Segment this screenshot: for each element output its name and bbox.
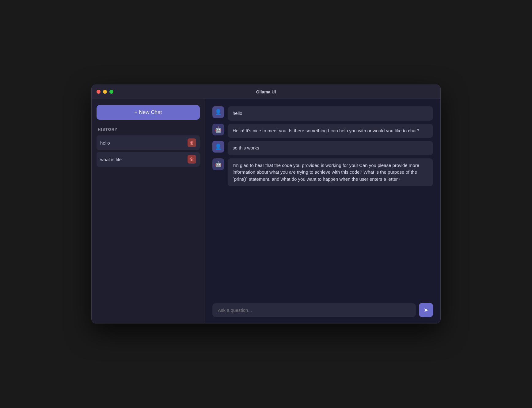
send-icon: ➤ xyxy=(424,307,428,313)
history-item-what-is-life[interactable]: what is life 🗑 xyxy=(97,152,200,167)
assistant-avatar-icon: 🤖 xyxy=(215,161,222,168)
user-avatar-icon: 👤 xyxy=(215,143,222,150)
message-bubble-assistant: Hello! It's nice to meet you. Is there s… xyxy=(228,124,433,138)
assistant-avatar: 🤖 xyxy=(212,158,224,170)
chat-input[interactable] xyxy=(212,303,416,317)
titlebar: Ollama UI xyxy=(92,85,440,99)
message-text: so this works xyxy=(233,145,259,150)
chat-area: 👤 hello 🤖 Hello! It's nice to meet you. … xyxy=(205,99,440,323)
traffic-lights xyxy=(97,90,113,94)
user-avatar: 👤 xyxy=(212,106,224,118)
user-avatar: 👤 xyxy=(212,141,224,153)
message-bubble-user: hello xyxy=(228,106,433,121)
maximize-button[interactable] xyxy=(109,90,113,94)
messages-container: 👤 hello 🤖 Hello! It's nice to meet you. … xyxy=(205,99,440,298)
history-item-label: what is life xyxy=(100,157,122,162)
minimize-button[interactable] xyxy=(103,90,107,94)
history-list: hello 🗑 what is life 🗑 xyxy=(97,135,200,167)
trash-icon: 🗑 xyxy=(190,140,194,145)
main-content: + New Chat HISTORY hello 🗑 what is life … xyxy=(92,99,440,323)
assistant-avatar: 🤖 xyxy=(212,124,224,135)
delete-what-is-life-button[interactable]: 🗑 xyxy=(188,155,196,164)
window-title: Ollama UI xyxy=(256,89,276,94)
history-item-hello[interactable]: hello 🗑 xyxy=(97,135,200,150)
message-bubble-assistant: I'm glad to hear that the code you provi… xyxy=(228,158,433,187)
new-chat-button[interactable]: + New Chat xyxy=(97,105,200,120)
message-text: hello xyxy=(233,111,242,116)
history-label: HISTORY xyxy=(97,127,200,132)
message-row: 👤 so this works xyxy=(212,141,433,155)
delete-hello-button[interactable]: 🗑 xyxy=(188,138,196,147)
message-row: 🤖 I'm glad to hear that the code you pro… xyxy=(212,158,433,187)
user-avatar-icon: 👤 xyxy=(215,109,222,115)
trash-icon: 🗑 xyxy=(190,157,194,162)
history-item-label: hello xyxy=(100,140,110,145)
sidebar: + New Chat HISTORY hello 🗑 what is life … xyxy=(92,99,205,323)
message-row: 🤖 Hello! It's nice to meet you. Is there… xyxy=(212,124,433,138)
message-text: Hello! It's nice to meet you. Is there s… xyxy=(233,128,419,133)
close-button[interactable] xyxy=(97,90,101,94)
input-area: ➤ xyxy=(205,298,440,323)
send-button[interactable]: ➤ xyxy=(419,303,433,317)
message-text: I'm glad to hear that the code you provi… xyxy=(233,163,419,182)
message-bubble-user: so this works xyxy=(228,141,433,155)
assistant-avatar-icon: 🤖 xyxy=(215,126,222,133)
message-row: 👤 hello xyxy=(212,106,433,121)
app-window: Ollama UI + New Chat HISTORY hello 🗑 wha… xyxy=(91,85,441,323)
